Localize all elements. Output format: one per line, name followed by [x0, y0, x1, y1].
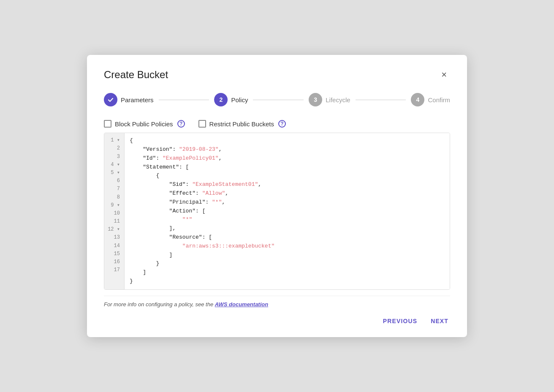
line-num-6: 6: [108, 177, 120, 185]
code-line-5: {: [130, 172, 445, 180]
restrict-public-buckets-item: Restrict Public Buckets ?: [198, 120, 286, 128]
code-line-11: ],: [130, 224, 445, 233]
step-circle-confirm: 4: [411, 93, 424, 106]
dialog-header: Create Bucket ×: [104, 68, 450, 81]
code-line-10: "*": [130, 215, 445, 224]
code-line-15: }: [130, 259, 445, 268]
next-button[interactable]: NEXT: [429, 315, 450, 327]
stepper: Parameters 2 Policy 3 Lifecycle 4 Confir…: [104, 93, 450, 106]
code-line-12: "Resource": [: [130, 233, 445, 242]
footer-info: For more info on configuring a policy, s…: [104, 296, 450, 308]
line-num-9: 9 ▾: [108, 201, 120, 210]
step-parameters: Parameters: [104, 93, 154, 106]
line-num-16: 16: [108, 258, 120, 266]
line-num-1: 1 ▾: [108, 136, 120, 144]
step-circle-lifecycle: 3: [309, 93, 322, 106]
code-editor[interactable]: 1 ▾ 2 3 4 ▾ 5 ▾ 6 7 8 9 ▾ 10 11 12 ▾ 13 …: [104, 133, 450, 290]
code-line-16: ]: [130, 268, 445, 277]
code-line-9: "Action": [: [130, 207, 445, 216]
step-circle-parameters: [104, 93, 117, 106]
code-line-14: ]: [130, 251, 445, 260]
step-label-policy: Policy: [231, 96, 248, 103]
step-line-1: [159, 100, 209, 100]
code-line-1: {: [130, 136, 445, 145]
footer-info-text: For more info on configuring a policy, s…: [104, 301, 215, 308]
code-line-13: "arn:aws:s3:::examplebucket": [130, 242, 445, 251]
restrict-public-buckets-help-icon[interactable]: ?: [278, 120, 286, 128]
block-public-policies-help-icon[interactable]: ?: [177, 120, 185, 128]
code-line-4: "Statement": [: [130, 163, 445, 172]
line-num-13: 13: [108, 234, 120, 242]
code-body[interactable]: 1 ▾ 2 3 4 ▾ 5 ▾ 6 7 8 9 ▾ 10 11 12 ▾ 13 …: [104, 133, 450, 289]
step-label-confirm: Confirm: [428, 96, 450, 103]
line-num-2: 2: [108, 144, 120, 152]
line-numbers: 1 ▾ 2 3 4 ▾ 5 ▾ 6 7 8 9 ▾ 10 11 12 ▾ 13 …: [104, 133, 125, 289]
code-line-8: "Principal": "*",: [130, 198, 445, 207]
step-label-parameters: Parameters: [121, 96, 154, 103]
action-row: PREVIOUS NEXT: [104, 315, 450, 327]
code-line-17: }: [130, 277, 445, 286]
step-confirm: 4 Confirm: [411, 93, 450, 106]
step-line-2: [253, 100, 304, 100]
line-num-10: 10: [108, 210, 120, 218]
aws-documentation-link[interactable]: AWS documentation: [215, 301, 268, 308]
create-bucket-dialog: Create Bucket × Parameters 2 Policy 3 Li…: [87, 55, 467, 337]
restrict-public-buckets-checkbox[interactable]: [198, 120, 206, 128]
line-num-3: 3: [108, 153, 120, 161]
dialog-title: Create Bucket: [104, 69, 168, 81]
previous-button[interactable]: PREVIOUS: [381, 315, 419, 327]
line-num-8: 8: [108, 193, 120, 201]
code-content[interactable]: { "Version": "2019-08-23", "Id": "Exampl…: [125, 133, 450, 289]
line-num-4: 4 ▾: [108, 161, 120, 169]
block-public-policies-label: Block Public Policies: [115, 120, 173, 128]
step-policy: 2 Policy: [214, 93, 248, 106]
line-num-17: 17: [108, 266, 120, 274]
code-line-2: "Version": "2019-08-23",: [130, 145, 445, 154]
line-num-15: 15: [108, 250, 120, 258]
block-public-policies-item: Block Public Policies ?: [104, 120, 185, 128]
block-public-policies-checkbox[interactable]: [104, 120, 111, 128]
code-line-7: "Effect": "Allow",: [130, 189, 445, 198]
close-button[interactable]: ×: [438, 68, 450, 81]
code-line-6: "Sid": "ExampleStatement01",: [130, 180, 445, 189]
line-num-12: 12 ▾: [108, 226, 120, 234]
checkboxes-row: Block Public Policies ? Restrict Public …: [104, 120, 450, 128]
line-num-11: 11: [108, 218, 120, 226]
code-line-3: "Id": "ExamplePolicy01",: [130, 154, 445, 163]
step-line-3: [356, 100, 406, 100]
line-num-7: 7: [108, 185, 120, 193]
step-circle-policy: 2: [214, 93, 228, 106]
restrict-public-buckets-label: Restrict Public Buckets: [209, 120, 274, 128]
step-lifecycle: 3 Lifecycle: [309, 93, 350, 106]
line-num-5: 5 ▾: [108, 169, 120, 177]
check-icon: [107, 96, 114, 103]
line-num-14: 14: [108, 242, 120, 250]
step-label-lifecycle: Lifecycle: [326, 96, 350, 103]
